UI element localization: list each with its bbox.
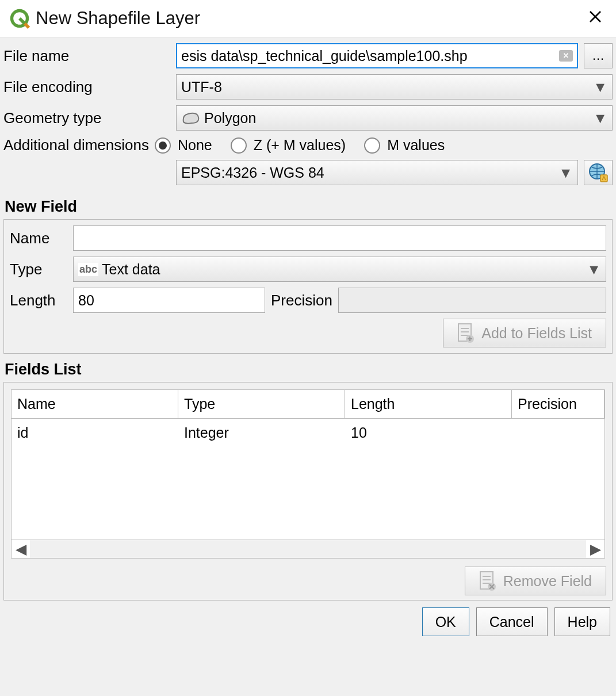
browse-button[interactable]: …: [584, 43, 613, 68]
table-row[interactable]: id Integer 10: [12, 419, 604, 447]
geometry-type-label: Geometry type: [3, 109, 170, 127]
dialog-buttons: OK Cancel Help: [0, 601, 616, 643]
chevron-down-icon: ▼: [587, 261, 601, 278]
chevron-down-icon: ▼: [558, 165, 573, 181]
title-bar: New Shapefile Layer: [0, 0, 616, 37]
nf-name-input[interactable]: [73, 225, 606, 251]
crs-value: EPSG:4326 - WGS 84: [181, 165, 324, 181]
geometry-type-select[interactable]: Polygon ▼: [176, 105, 613, 131]
scroll-track[interactable]: [30, 540, 586, 558]
file-name-input[interactable]: esis data\sp_technical_guide\sample100.s…: [176, 43, 578, 68]
cell-name: id: [12, 419, 178, 447]
nf-type-select[interactable]: abc Text data ▼: [73, 257, 606, 282]
h-scrollbar[interactable]: ◀ ▶: [12, 540, 604, 558]
remove-field-button[interactable]: Remove Field: [465, 567, 606, 595]
cell-precision: [512, 419, 604, 447]
clear-icon[interactable]: ×: [559, 50, 573, 62]
window-title: New Shapefile Layer: [36, 8, 584, 29]
scroll-right-icon[interactable]: ▶: [586, 541, 604, 557]
close-icon[interactable]: [584, 7, 607, 30]
cancel-button[interactable]: Cancel: [476, 607, 548, 636]
radio-m[interactable]: M values: [364, 137, 445, 154]
cell-type: Integer: [178, 419, 345, 447]
additional-dims-label: Additional dimensions: [3, 136, 149, 154]
nf-precision-input[interactable]: [338, 288, 606, 313]
chevron-down-icon: ▼: [593, 79, 607, 95]
remove-field-label: Remove Field: [503, 573, 592, 590]
th-name[interactable]: Name: [12, 390, 178, 418]
th-length[interactable]: Length: [345, 390, 512, 418]
th-type[interactable]: Type: [178, 390, 345, 418]
chevron-down-icon: ▼: [593, 110, 607, 127]
file-encoding-value: UTF-8: [181, 79, 222, 95]
table-header: Name Type Length Precision: [12, 390, 604, 419]
radio-dot-icon: [155, 137, 171, 154]
radio-dot-icon: [364, 137, 380, 154]
browse-label: …: [592, 48, 604, 63]
radio-z[interactable]: Z (+ M values): [231, 137, 346, 154]
nf-name-label: Name: [10, 230, 67, 247]
add-to-fields-button[interactable]: Add to Fields List: [443, 319, 606, 347]
nf-type-value: Text data: [102, 261, 160, 278]
new-field-panel: Name Type abc Text data ▼ Length Precisi…: [3, 219, 613, 354]
ok-button[interactable]: OK: [422, 607, 469, 636]
radio-dot-icon: [231, 137, 247, 154]
fields-list-heading: Fields List: [0, 354, 616, 382]
table-body: id Integer 10: [12, 419, 604, 540]
th-precision[interactable]: Precision: [512, 390, 604, 418]
nf-length-input[interactable]: [73, 288, 265, 313]
fields-table: Name Type Length Precision id Integer 10…: [11, 389, 605, 559]
list-remove-icon: [479, 571, 496, 591]
geometry-type-value: Polygon: [204, 110, 256, 127]
polygon-icon: [181, 112, 201, 124]
add-to-fields-label: Add to Fields List: [481, 325, 592, 342]
file-name-label: File name: [3, 47, 170, 65]
radio-z-label: Z (+ M values): [254, 137, 346, 154]
dims-radio-group: None Z (+ M values) M values: [155, 137, 613, 154]
nf-precision-label: Precision: [271, 292, 332, 309]
list-add-icon: [457, 323, 475, 343]
help-button[interactable]: Help: [554, 607, 610, 636]
radio-none[interactable]: None: [155, 137, 212, 154]
file-name-value: esis data\sp_technical_guide\sample100.s…: [181, 48, 468, 64]
file-encoding-label: File encoding: [3, 78, 170, 96]
file-encoding-select[interactable]: UTF-8 ▼: [176, 74, 613, 100]
text-type-icon: abc: [78, 263, 98, 276]
crs-select[interactable]: EPSG:4326 - WGS 84 ▼: [176, 160, 578, 185]
nf-length-label: Length: [10, 292, 67, 309]
qgis-logo-icon: [9, 8, 30, 29]
cell-length: 10: [345, 419, 512, 447]
fields-list-panel: Name Type Length Precision id Integer 10…: [3, 382, 613, 601]
radio-m-label: M values: [387, 137, 445, 154]
radio-none-label: None: [178, 137, 212, 154]
new-field-heading: New Field: [0, 191, 616, 219]
nf-type-label: Type: [10, 261, 67, 278]
globe-icon: [588, 162, 609, 183]
scroll-left-icon[interactable]: ◀: [12, 541, 30, 557]
crs-picker-button[interactable]: [584, 160, 613, 185]
